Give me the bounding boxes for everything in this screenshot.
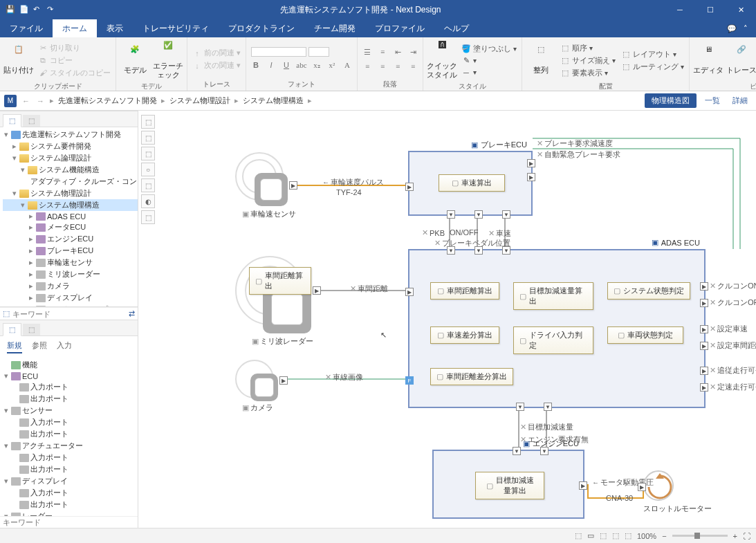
tree-node[interactable]: ▸ディスプレイ <box>3 292 138 304</box>
engine-ecu-box[interactable]: ▣エンジンECU ▢目標加減速 量算出 ▼ ▼ ▶ <box>432 450 584 519</box>
cut-button[interactable]: ✂切り取り <box>36 42 113 54</box>
fn-target-accel2[interactable]: ▢目標加減速 量算出 <box>475 472 544 499</box>
subtab-ref[interactable]: 参照 <box>32 340 47 353</box>
tree-node[interactable]: ▾アクチュエーター <box>3 440 138 452</box>
palette-tree[interactable]: 機能▾ECU入力ポート出力ポート▾センサー入力ポート出力ポート▾アクチュエーター… <box>0 358 138 516</box>
align-justify-button[interactable]: ≡ <box>406 59 420 73</box>
port[interactable]: ▶ <box>527 159 535 167</box>
route-button[interactable]: ⬚ルーティング▾ <box>619 61 686 73</box>
close-button[interactable]: ✕ <box>726 0 756 19</box>
port[interactable]: ▼ <box>447 210 455 219</box>
list-link[interactable]: 一覧 <box>701 95 724 106</box>
subtab-input[interactable]: 入力 <box>57 340 72 353</box>
font-combo[interactable] <box>251 47 306 57</box>
tree-node[interactable]: 出力ポート <box>3 499 138 510</box>
underline-button[interactable]: U <box>279 58 293 72</box>
fn-gap-calc[interactable]: ▢車間距離算出 <box>430 282 499 300</box>
tree-node[interactable]: ▾レーダー <box>3 510 138 516</box>
tree-node[interactable]: ▾システム論理設計 <box>3 152 138 164</box>
port[interactable]: ▶ <box>700 342 708 350</box>
tree-node[interactable]: アダプティブ・クルーズ・コントロール <box>3 176 138 187</box>
tree-node[interactable]: ▸ADAS ECU <box>3 211 138 221</box>
model-button[interactable]: 🧩モデル <box>119 39 151 82</box>
tool-btn-2[interactable]: ⬚ <box>141 131 155 145</box>
pane-tab-palette[interactable]: ⬚ <box>3 323 21 336</box>
filter-toggle-icon[interactable]: ⇄ <box>129 309 135 318</box>
align-left-button[interactable]: ≡ <box>360 59 374 73</box>
subtab-new[interactable]: 新規 <box>7 340 22 353</box>
font-size-combo[interactable] <box>308 47 329 57</box>
port[interactable]: ▼ <box>516 403 524 411</box>
fit-icon[interactable]: ⛶ <box>743 532 750 540</box>
tree-node[interactable]: ▸エンジンECU <box>3 233 138 245</box>
status-btn-4[interactable]: ⬚ <box>612 531 619 540</box>
view-badge[interactable]: 物理構造図 <box>645 93 697 108</box>
new-icon[interactable]: 📄 <box>19 5 29 15</box>
port[interactable]: ▼ <box>474 210 483 219</box>
undo-icon[interactable]: ↶ <box>33 5 43 15</box>
line-style-button[interactable]: ─▾ <box>459 67 519 78</box>
fn-gap-diff2[interactable]: ▢車間距離差分算出 <box>430 368 513 385</box>
tab-display[interactable]: 表示 <box>97 19 133 37</box>
sub-button[interactable]: x₂ <box>310 58 324 72</box>
tab-product[interactable]: プロダクトライン <box>219 19 304 37</box>
tool-btn-3[interactable]: ⬚ <box>141 147 155 160</box>
fill-button[interactable]: 🪣塗りつぶし▾ <box>459 43 519 55</box>
zoom-slider[interactable] <box>672 535 728 537</box>
tab-profile[interactable]: プロファイル <box>365 19 434 37</box>
m-badge[interactable]: M <box>4 95 17 107</box>
port[interactable]: ▶ <box>700 282 708 291</box>
tree-node[interactable]: ▾センサー <box>3 405 138 416</box>
fn-speed[interactable]: ▢車速算出 <box>439 174 505 192</box>
tree-node[interactable]: 入力ポート <box>3 381 138 393</box>
tree-node[interactable]: ▾ECU <box>3 371 138 381</box>
crumb-root[interactable]: 先進運転システムソフト開発 <box>58 95 157 106</box>
tool-btn-5[interactable]: ⬚ <box>141 178 155 192</box>
port[interactable]: F <box>405 376 414 385</box>
tab-team[interactable]: チーム開発 <box>304 19 365 37</box>
tool-btn-4[interactable]: ○ <box>141 163 155 176</box>
crumb-2[interactable]: システム物理構造 <box>243 95 304 106</box>
detail-link[interactable]: 詳細 <box>728 95 752 106</box>
redo-icon[interactable]: ↷ <box>47 5 57 15</box>
port[interactable]: ▶ <box>527 173 535 181</box>
port[interactable]: ▶ <box>638 483 646 491</box>
fn-gap-diff[interactable]: ▢車速差分算出 <box>430 326 499 344</box>
tree-node[interactable]: 入力ポート <box>3 416 138 428</box>
port[interactable]: ▼ <box>447 246 455 255</box>
next-trace-button[interactable]: ↓次の関連▾ <box>190 59 243 71</box>
port[interactable]: ▼ <box>544 403 552 411</box>
status-btn-1[interactable]: ⬚ <box>575 531 582 540</box>
style-copy-button[interactable]: 🖌スタイルのコピー <box>36 67 113 79</box>
prev-trace-button[interactable]: ↑前の関連▾ <box>190 47 243 59</box>
status-btn-2[interactable]: ▭ <box>587 531 594 540</box>
tool-btn-1[interactable]: ⬚ <box>141 115 155 129</box>
port[interactable]: ▶ <box>700 383 708 392</box>
disp-button[interactable]: ⬚要素表示▾ <box>558 67 618 79</box>
tool-btn-7[interactable]: ⬚ <box>141 210 155 224</box>
font-color-button[interactable]: A <box>340 58 354 72</box>
fn-veh-state[interactable]: ▢車両状態判定 <box>607 326 683 344</box>
align-right-button[interactable]: ≡ <box>391 59 405 73</box>
editor-button[interactable]: 🖥エディタ <box>692 39 724 82</box>
tree-node[interactable]: ▸システム要件開発 <box>3 140 138 152</box>
port[interactable]: ▼ <box>474 246 483 255</box>
camera-sensor[interactable]: ▶ ▣カメラ <box>235 360 291 408</box>
crumb-1[interactable]: システム物理設計 <box>169 95 230 106</box>
port[interactable]: ▼ <box>502 246 510 255</box>
indent-button[interactable]: ⇥ <box>406 45 420 59</box>
pane-tab-other[interactable]: ⬚ <box>23 115 40 127</box>
sup-button[interactable]: x² <box>325 58 339 72</box>
port[interactable]: ▶ <box>405 288 414 296</box>
port[interactable]: ▶ <box>289 181 297 190</box>
tree-node[interactable]: 入力ポート <box>3 452 138 463</box>
port[interactable]: ▶ <box>313 286 321 295</box>
align-button[interactable]: ⬚整列 <box>525 39 557 82</box>
copy-button[interactable]: ⧉コピー <box>36 55 113 66</box>
tree-node[interactable]: ▾システム物理構造 <box>3 199 138 211</box>
paste-button[interactable]: 📋貼り付け <box>3 39 35 82</box>
zoom-out-icon[interactable]: − <box>662 532 666 540</box>
maximize-button[interactable]: ☐ <box>695 0 726 19</box>
keyword-input-2[interactable] <box>3 518 135 526</box>
brake-ecu-box[interactable]: ▣ブレーキECU ▢車速算出 ▶ ▶ ▶ ▼ ▼ ▼ <box>408 151 533 216</box>
